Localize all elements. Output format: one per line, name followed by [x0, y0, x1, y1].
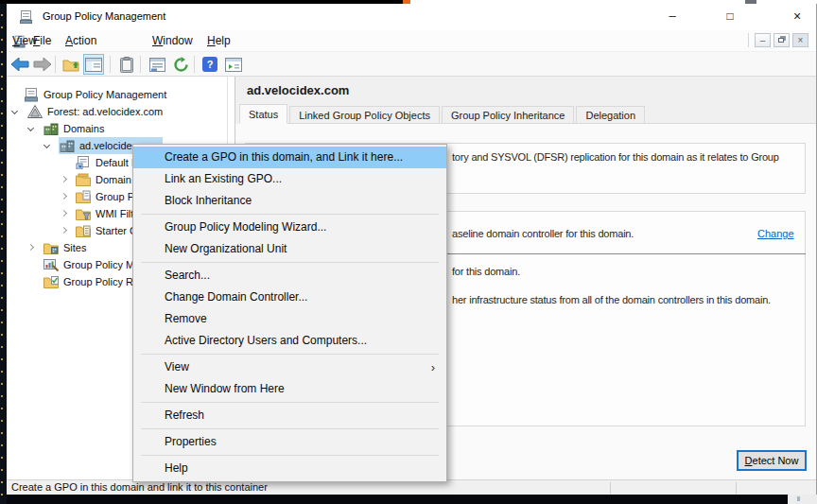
tab-bar: StatusLinked Group Policy ObjectsGroup P…: [239, 104, 816, 124]
menu-item-remove[interactable]: Remove: [133, 308, 446, 330]
gp-results-icon: [43, 275, 60, 288]
desktop-bottom-sliver: [7, 495, 817, 504]
menu-action[interactable]: Action: [60, 33, 102, 49]
page-title: ad.velocidex.com: [247, 83, 349, 97]
forward-icon[interactable]: [31, 54, 52, 75]
chevron-right-icon[interactable]: [61, 193, 67, 200]
help-icon[interactable]: ?: [200, 54, 220, 75]
gpm-icon: [24, 88, 40, 101]
minimize-button[interactable]: –: [651, 4, 694, 30]
tab-gp-inheritance[interactable]: Group Policy Inheritance: [442, 106, 574, 124]
menu-item-link-existing-gpo[interactable]: Link an Existing GPO...: [133, 168, 446, 190]
menu-item-create-gpo-link-here[interactable]: Create a GPO in this domain, and Link it…: [133, 147, 446, 168]
context-menu: Create a GPO in this domain, and Link it…: [132, 144, 447, 482]
restore-icon: [778, 38, 784, 43]
desktop-bottom-tick: [797, 496, 800, 501]
tab-delegation[interactable]: Delegation: [576, 106, 645, 124]
menu-item-search[interactable]: Search...: [133, 265, 446, 287]
tab-status[interactable]: Status: [239, 104, 287, 124]
desktop-bottom-corner: [788, 495, 817, 504]
baseline-dc-text: aseline domain controller for this domai…: [452, 228, 634, 239]
menu-item-gp-modeling-wizard[interactable]: Group Policy Modeling Wizard...: [133, 217, 446, 238]
statusbar-divider: [610, 482, 611, 494]
menu-help[interactable]: Help: [201, 33, 236, 49]
wmi-filter-icon: [76, 207, 92, 220]
folder-icon: [76, 173, 92, 186]
mdi-minimize-button[interactable]: –: [755, 33, 771, 47]
menu-item-refresh[interactable]: Refresh: [133, 405, 446, 426]
menu-item-aduc[interactable]: Active Directory Users and Computers...: [133, 330, 446, 352]
menu-window[interactable]: Window: [147, 33, 199, 49]
menu-separator: [141, 402, 439, 403]
menu-separator: [141, 262, 439, 263]
menu-item-new-window-from-here[interactable]: New Window from Here: [133, 378, 446, 400]
close-button[interactable]: ×: [775, 4, 817, 30]
screen: Group Policy Management – □ × File Actio…: [0, 0, 817, 504]
menu-item-change-domain-controller[interactable]: Change Domain Controller...: [133, 287, 446, 308]
tree-item-forest[interactable]: Forest: ad.velocidex.com: [7, 103, 227, 120]
detect-now-button[interactable]: Detect Now: [737, 450, 807, 471]
gp-modeling-icon: [43, 258, 60, 271]
chevron-right-icon[interactable]: [61, 176, 67, 182]
chevron-down-icon[interactable]: [27, 125, 34, 131]
statusbar-text: Create a GPO in this domain and link it …: [11, 481, 268, 493]
window-title: Group Policy Management: [43, 10, 165, 22]
tab-linked-gpos[interactable]: Linked Group Policy Objects: [289, 106, 440, 124]
toolbar: ?: [7, 52, 816, 77]
show-new-window-icon[interactable]: [223, 54, 244, 75]
chevron-right-icon[interactable]: [61, 227, 67, 234]
statusbar-divider: [736, 482, 737, 494]
gather-status-text: her infrastructure status from all of th…: [452, 294, 771, 305]
export-list-icon[interactable]: [147, 54, 167, 75]
folder-gpo-icon: [76, 190, 92, 203]
mdi-window-controls: – ×: [748, 33, 808, 47]
sites-folder-icon: [43, 241, 60, 254]
menu-separator: [141, 354, 439, 355]
chevron-right-icon[interactable]: [61, 210, 67, 217]
change-link[interactable]: Change: [757, 228, 794, 239]
mdi-divider: [748, 33, 749, 47]
menu-item-properties[interactable]: Properties: [133, 431, 446, 453]
chevron-down-icon[interactable]: [43, 142, 50, 148]
no-status-text: for this domain.: [452, 266, 520, 277]
folder-starter-icon: [76, 224, 92, 237]
paste-clipboard-icon[interactable]: [116, 54, 137, 75]
toolbar-separator: [110, 56, 111, 73]
menu-separator: [141, 428, 439, 429]
menubar: File Action View Window Help – ×: [7, 30, 816, 52]
titlebar: Group Policy Management – □ ×: [7, 4, 816, 30]
menu-separator: [141, 214, 439, 215]
toolbar-separator: [140, 56, 141, 73]
gpo-link-icon: [76, 156, 92, 169]
submenu-arrow-icon: ›: [431, 356, 435, 378]
mdi-close-button[interactable]: ×: [792, 33, 808, 47]
menu-item-new-organizational-unit[interactable]: New Organizational Unit: [133, 238, 446, 260]
maximize-button[interactable]: □: [708, 4, 752, 30]
menu-item-help[interactable]: Help: [133, 458, 446, 479]
chevron-down-icon[interactable]: [11, 108, 18, 114]
domain-icon: [60, 139, 76, 152]
show-console-tree-icon[interactable]: [83, 54, 104, 75]
refresh-icon[interactable]: [170, 54, 191, 75]
menu-item-view[interactable]: View ›: [133, 356, 446, 378]
chevron-right-icon[interactable]: [27, 244, 34, 251]
up-one-level-icon[interactable]: [61, 54, 81, 75]
forest-icon: [27, 105, 43, 118]
domains-icon: [43, 122, 60, 135]
toolbar-separator: [194, 56, 195, 73]
tree-item-domains[interactable]: Domains: [7, 120, 227, 137]
desktop-left-sliver: [0, 4, 7, 504]
gpmc-app-icon: [19, 9, 34, 25]
tree-item-root[interactable]: Group Policy Management: [7, 86, 227, 103]
menu-separator: [141, 455, 439, 456]
menu-view[interactable]: View: [7, 33, 43, 49]
replication-status-text: tory and SYSVOL (DFSR) replication for t…: [452, 151, 779, 163]
back-icon[interactable]: [9, 54, 30, 75]
toolbar-separator: [55, 56, 56, 73]
mdi-restore-button[interactable]: [774, 33, 790, 47]
menu-item-block-inheritance[interactable]: Block Inheritance: [133, 190, 446, 212]
